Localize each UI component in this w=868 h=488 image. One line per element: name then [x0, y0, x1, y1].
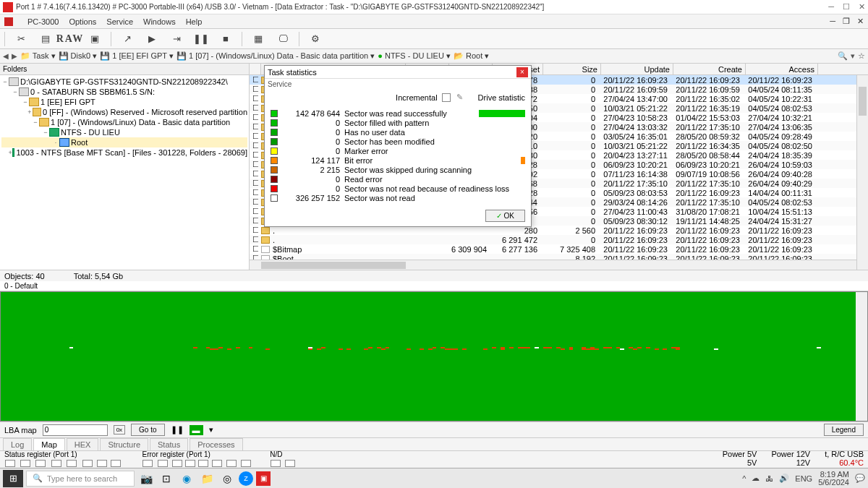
tree-node[interactable]: −0 - SATABURN SB SBBM61.5 S/N: — [1, 87, 247, 97]
bc-root[interactable]: 📂 Root ▾ — [454, 51, 489, 61]
maximize-button[interactable]: ☐ — [843, 2, 850, 12]
minimize-button[interactable]: ─ — [828, 2, 834, 12]
lba-hex-icon[interactable]: 0x — [114, 425, 125, 435]
tray-network-icon[interactable]: 🖧 — [765, 474, 773, 483]
col-update[interactable]: Update — [601, 64, 673, 74]
tab-processes[interactable]: Processes — [190, 438, 242, 450]
stat-row: 142 478 644Sector was read successfully — [271, 108, 525, 118]
taskbar-clock[interactable]: 8:19 AM5/6/2024 — [818, 471, 849, 487]
tool-raw-button[interactable]: RAW — [61, 31, 79, 47]
hscrollbar[interactable] — [250, 260, 856, 270]
nav-fwd-icon[interactable]: ▶ — [12, 52, 17, 60]
folders-header: Folders — [0, 64, 249, 75]
bc-task[interactable]: 📁 Task ▾ — [20, 51, 56, 61]
goto-button[interactable]: Go to — [131, 424, 164, 436]
tool-scissors-icon[interactable]: ✂ — [12, 31, 30, 47]
taskbar-explorer-icon[interactable]: 📁 — [198, 470, 216, 487]
lba-bar: LBA map 0x Go to ❚❚ ▬ ▾ Legend — [0, 421, 868, 437]
stat-row: 0Sector has been modified — [271, 137, 525, 146]
tray-volume-icon[interactable]: 🔊 — [779, 474, 789, 483]
start-button[interactable]: ⊞ — [3, 470, 23, 487]
tool-play-icon[interactable]: ▶ — [143, 31, 161, 47]
close-button[interactable]: ✕ — [859, 2, 865, 12]
lba-input[interactable] — [43, 424, 108, 436]
legend-button[interactable]: Legend — [824, 424, 864, 436]
tab-status[interactable]: Status — [150, 438, 188, 450]
taskbar-taskview-icon[interactable]: ⊡ — [158, 470, 175, 487]
lba-pause-icon[interactable]: ❚❚ — [171, 425, 184, 435]
stat-row: 0Read error — [271, 174, 525, 184]
taskbar-search[interactable]: 🔍 Type here to search — [26, 471, 135, 487]
bc-ntfs[interactable]: ● NTFS - DU LIEU ▾ — [378, 51, 451, 61]
tray-lang[interactable]: ENG — [795, 474, 812, 483]
mdi-minimize[interactable]: ─ — [830, 17, 835, 26]
tab-log[interactable]: Log — [3, 438, 32, 450]
edit-icon[interactable]: ✎ — [455, 93, 465, 103]
map-vscrollbar[interactable] — [856, 292, 867, 421]
menu-options[interactable]: Options — [69, 17, 96, 26]
tool-settings-icon[interactable]: ⚙ — [307, 31, 324, 47]
taskbar-chrome-icon[interactable]: ◎ — [218, 470, 236, 487]
popup-close-button[interactable]: × — [516, 67, 528, 77]
statistics-list: 142 478 644Sector was read successfully0… — [265, 106, 531, 205]
col-size[interactable]: Size — [543, 64, 601, 74]
tool-export-icon[interactable]: ↗ — [119, 31, 136, 47]
app-small-icon — [4, 17, 13, 26]
tray-cloud-icon[interactable]: ☁ — [752, 474, 760, 483]
incremental-checkbox[interactable] — [442, 93, 451, 102]
mdi-close[interactable]: ✕ — [857, 17, 864, 26]
tab-structure[interactable]: Structure — [100, 438, 148, 450]
temp-label: t, R/C USB — [825, 450, 864, 458]
tree-node[interactable]: −1 [EE] EFI GPT — [1, 97, 247, 107]
bc-disk[interactable]: 💾 Disk0 ▾ — [59, 51, 98, 61]
menu-pc3000[interactable]: PC-3000 — [27, 17, 59, 26]
sector-map[interactable] — [0, 291, 868, 421]
tray-expand-icon[interactable]: ^ — [742, 474, 746, 483]
lba-drop-icon[interactable]: ▾ — [209, 425, 213, 435]
tool-step-icon[interactable]: ⇥ — [168, 31, 185, 47]
col-create[interactable]: Create — [673, 64, 746, 74]
mdi-restore[interactable]: ❐ — [843, 17, 850, 26]
tree-node[interactable]: −1 [07] - (Windows/Linux) Data - Basic d… — [1, 117, 247, 127]
menu-service[interactable]: Service — [106, 17, 133, 26]
folder-tree[interactable]: −D:\GIGABYTE GP-GSTFS31240GNTD-SN2212089… — [0, 75, 249, 159]
ok-button[interactable]: OK — [485, 210, 525, 222]
bc-efi[interactable]: 💾 1 [EE] EFI GPT ▾ — [100, 51, 174, 61]
star-icon[interactable]: ☆ — [858, 51, 865, 61]
taskbar-zalo-icon[interactable]: Z — [239, 471, 253, 486]
tree-node[interactable]: −NTFS - DU LIEU — [1, 127, 247, 137]
taskbar-edge-icon[interactable]: ◉ — [178, 470, 195, 487]
tool-report-icon[interactable]: ▤ — [37, 31, 54, 47]
col-access[interactable]: Access — [746, 64, 818, 74]
taskbar-camera-icon[interactable]: 📷 — [137, 470, 155, 487]
tool-monitor-icon[interactable]: 🖵 — [274, 31, 292, 47]
task-statistics-popup: Task statistics × Service Incremental ✎ … — [264, 65, 532, 227]
file-row[interactable]: ☐$Bitmap6 309 9046 277 1367 325 40820/11… — [250, 244, 868, 254]
vscrollbar[interactable] — [856, 75, 868, 270]
nav-back-icon[interactable]: ◀ — [3, 52, 9, 60]
stat-row: 0Sector filled with pattern — [271, 118, 525, 127]
tool-windows-icon[interactable]: ▦ — [250, 31, 267, 47]
search-icon[interactable]: 🔍 — [838, 51, 848, 61]
tab-hex[interactable]: HEX — [67, 438, 99, 450]
taskbar-pc3000-icon[interactable]: ▣ — [256, 471, 271, 486]
bc-part[interactable]: 💾 1 [07] - (Windows/Linux) Data - Basic … — [176, 51, 375, 61]
tool-stop-icon[interactable]: ■ — [217, 31, 234, 47]
tree-node[interactable]: +1003 - NTFS [Base MFT Scan] - [Files - … — [1, 147, 247, 158]
lba-view-icon[interactable]: ▬ — [190, 425, 203, 435]
window-titlebar: Port 1 # 7.4.16(7.4.16.13420) # PC-3000 … — [0, 0, 868, 14]
menu-help[interactable]: Help — [186, 17, 203, 26]
tool-folder-icon[interactable]: ▣ — [86, 31, 103, 47]
popup-subtitle: Service — [265, 79, 531, 90]
tree-node[interactable]: −D:\GIGABYTE GP-GSTFS31240GNTD-SN2212089… — [1, 77, 247, 87]
tool-pause-icon[interactable]: ❚❚ — [192, 31, 210, 47]
app-icon — [3, 2, 13, 12]
tab-map[interactable]: Map — [33, 438, 64, 450]
tree-node[interactable]: ·Root — [1, 137, 247, 147]
tree-node[interactable]: +0 [FF] - (Windows) Reserved - Microsoft… — [1, 107, 247, 117]
default-label: 0 - Default — [0, 281, 868, 291]
tray-notification-icon[interactable]: 💬 — [855, 474, 865, 483]
filter-icon[interactable]: ▾ — [851, 51, 855, 61]
file-row[interactable]: ☐.6 291 472020/11/22 16:09:2320/11/22 16… — [250, 235, 868, 244]
menu-windows[interactable]: Windows — [143, 17, 176, 26]
